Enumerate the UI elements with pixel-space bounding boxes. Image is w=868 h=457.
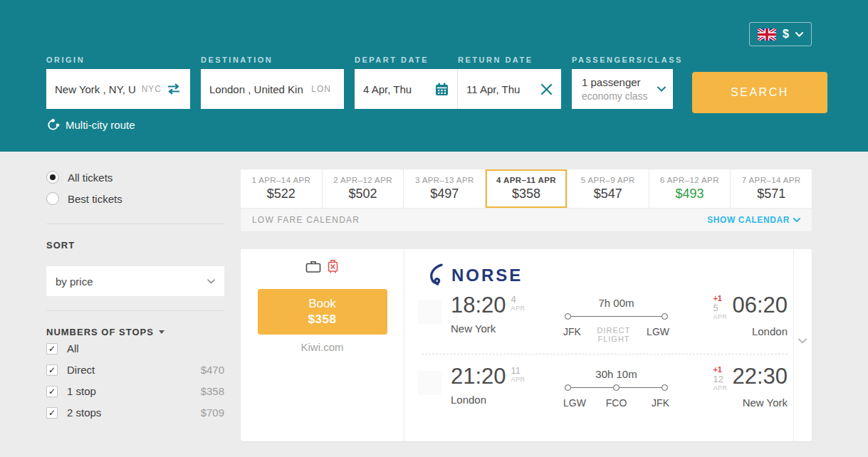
- multi-city-route-link[interactable]: Multi-city route: [46, 118, 135, 131]
- flight-duration: 30h 10m: [563, 368, 669, 380]
- departure-time: 21:20: [451, 365, 506, 389]
- flight-result-card: Book $358 Kiwi.com NORSE 18:20: [241, 249, 812, 441]
- origin-airport-code: JFK: [563, 326, 581, 343]
- stops-filter-1stop[interactable]: ✓ 1 stop $358: [46, 381, 224, 401]
- checkbox-checked-icon[interactable]: ✓: [46, 386, 58, 397]
- search-button[interactable]: SEARCH: [692, 72, 827, 113]
- arrival-city: New York: [743, 396, 788, 409]
- checkbox-checked-icon[interactable]: ✓: [46, 364, 58, 376]
- show-calendar-link[interactable]: SHOW CALENDAR: [707, 215, 800, 225]
- origin-airport-code: LGW: [563, 397, 606, 409]
- stops-filter-2stops[interactable]: ✓ 2 stops $709: [46, 402, 224, 423]
- route-line: [565, 384, 668, 392]
- return-date-input[interactable]: 11 Apr, Thu: [458, 69, 561, 109]
- dates-group: DEPART DATE RETURN DATE 4 Apr, Thu: [355, 56, 561, 109]
- passengers-count: 1 passenger: [582, 75, 657, 90]
- destination-group: DESTINATION London , United Kin LON: [201, 56, 344, 109]
- date-tab[interactable]: 1 APR–14 APR $522: [241, 169, 323, 208]
- no-checked-bag-icon: [327, 259, 339, 274]
- flight-search-form: ORIGIN New York , NY, U NYC DESTINATION …: [46, 56, 827, 113]
- departure-city: New York: [451, 322, 556, 335]
- return-date-value: 11 Apr, Thu: [466, 83, 540, 95]
- sort-heading: SORT: [46, 240, 224, 251]
- departure-day: 4: [511, 295, 525, 304]
- stopover-airport-code: FCO: [606, 397, 627, 409]
- return-date-label: RETURN DATE: [458, 56, 561, 64]
- date-tab[interactable]: 5 APR–9 APR $547: [568, 169, 649, 208]
- destination-label: DESTINATION: [201, 56, 344, 64]
- arrival-day: 5: [713, 303, 718, 312]
- flight-leg-outbound: 18:20 4 APR New York 7h 00m JFK: [417, 294, 788, 343]
- departure-month: APR: [511, 377, 525, 383]
- origin-group: ORIGIN New York , NY, U NYC: [46, 56, 190, 109]
- uk-flag-icon: [758, 28, 776, 41]
- radio-selected-icon[interactable]: [46, 171, 59, 184]
- depart-date-label: DEPART DATE: [355, 56, 458, 64]
- checkbox-checked-icon[interactable]: ✓: [46, 343, 58, 354]
- cabin-class: economy class: [582, 90, 657, 103]
- book-button[interactable]: Book $358: [258, 289, 387, 335]
- origin-input[interactable]: New York , NY, U NYC: [46, 69, 190, 109]
- passengers-group: PASSENGERS/CLASS 1 passenger economy cla…: [572, 56, 683, 109]
- plus-one-day-badge: +1: [713, 295, 722, 303]
- destination-airport-code: JFK: [627, 397, 669, 409]
- destination-airport-code: LGW: [647, 326, 669, 343]
- filter-all-tickets[interactable]: All tickets: [46, 167, 224, 188]
- origin-label: ORIGIN: [46, 56, 190, 64]
- header: $ ORIGIN New York , NY, U NYC DESTINATIO…: [0, 0, 868, 152]
- filter-label: All tickets: [68, 172, 113, 184]
- multi-city-label: Multi-city route: [66, 119, 135, 131]
- norse-logo-icon: [427, 263, 445, 287]
- destination-code: LON: [311, 84, 331, 94]
- low-fare-calendar-label: LOW FARE CALENDAR: [252, 215, 360, 225]
- tab-price: $358: [512, 187, 540, 201]
- date-tab[interactable]: 2 APR–12 APR $502: [323, 169, 404, 208]
- departure-month: APR: [511, 305, 525, 312]
- currency-selector[interactable]: $: [749, 22, 812, 46]
- stops-filter-direct[interactable]: ✓ Direct $470: [46, 359, 224, 380]
- show-calendar-label: SHOW CALENDAR: [707, 215, 790, 225]
- arrival-city: London: [752, 325, 788, 337]
- collapse-triangle-icon: [159, 330, 164, 334]
- stops-info: DIRECT FLIGHT: [581, 326, 647, 343]
- expand-card-control[interactable]: [793, 249, 812, 441]
- divider: [46, 224, 224, 224]
- destination-input[interactable]: London , United Kin LON: [201, 69, 344, 109]
- stops-price: $470: [201, 364, 224, 376]
- flight-duration: 7h 00m: [563, 297, 669, 309]
- passengers-selector[interactable]: 1 passenger economy class: [572, 69, 673, 109]
- stops-price: $358: [201, 385, 224, 397]
- date-tab[interactable]: 6 APR–12 APR $493: [649, 169, 731, 208]
- departure-day: 11: [511, 366, 525, 375]
- date-tab-selected[interactable]: 4 APR–11 APR $358: [486, 169, 568, 208]
- depart-date-input[interactable]: 4 Apr, Thu: [355, 69, 458, 109]
- booking-panel: Book $358 Kiwi.com: [241, 249, 404, 441]
- radio-unselected-icon[interactable]: [46, 192, 59, 205]
- results-area: 1 APR–14 APR $522 2 APR–12 APR $502 3 AP…: [241, 169, 812, 441]
- departure-time: 18:20: [451, 294, 506, 317]
- arrival-time: 06:20: [732, 294, 788, 317]
- passengers-label: PASSENGERS/CLASS: [572, 56, 683, 64]
- arrival-day: 12: [713, 374, 723, 384]
- stops-label: Direct: [67, 364, 95, 376]
- airline-logo-placeholder: [417, 300, 441, 324]
- tab-range: 7 APR–14 APR: [742, 176, 801, 184]
- chevron-down-icon: [798, 338, 807, 344]
- date-tab[interactable]: 3 APR–13 APR $497: [404, 169, 486, 208]
- stops-section-header[interactable]: NUMBERS OF STOPS: [46, 327, 224, 337]
- arrival-time: 22:30: [732, 365, 788, 389]
- stops-filter-all[interactable]: ✓ All: [46, 338, 224, 359]
- route-line: [565, 312, 668, 320]
- tab-range: 2 APR–12 APR: [333, 176, 392, 184]
- swap-icon[interactable]: [166, 83, 182, 95]
- checkbox-checked-icon[interactable]: ✓: [46, 407, 58, 419]
- chevron-down-icon: [795, 32, 803, 37]
- clear-return-date-icon[interactable]: [540, 83, 553, 95]
- plus-one-day-badge: +1: [713, 366, 722, 374]
- filters-sidebar: All tickets Best tickets SORT by price N…: [46, 167, 224, 423]
- calendar-icon[interactable]: [435, 83, 449, 96]
- filter-best-tickets[interactable]: Best tickets: [46, 188, 224, 209]
- sort-select[interactable]: by price: [46, 266, 224, 296]
- date-tab[interactable]: 7 APR–14 APR $571: [731, 169, 812, 208]
- leg-divider: [422, 354, 788, 354]
